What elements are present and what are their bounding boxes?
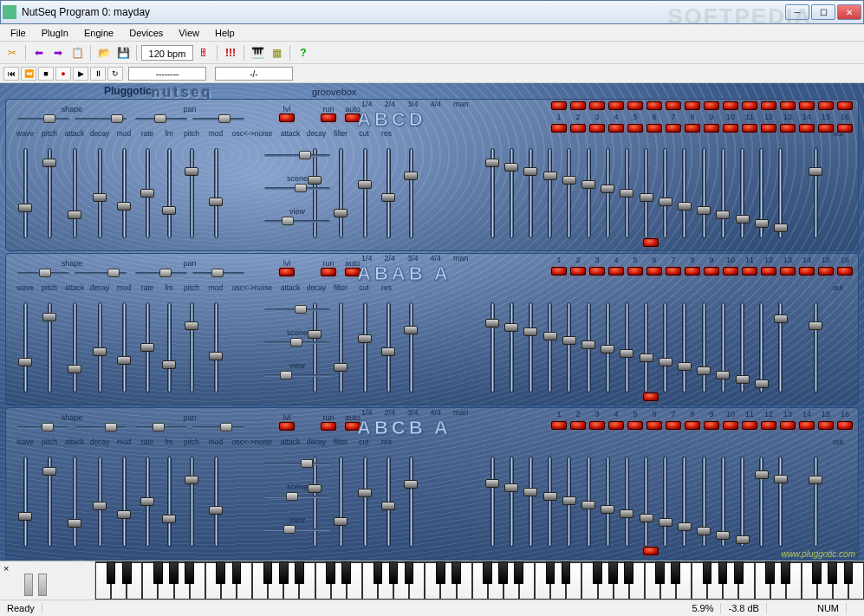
pan-slider-1[interactable] bbox=[192, 422, 244, 432]
step-led-b-15[interactable] bbox=[818, 421, 834, 430]
lvl-led[interactable] bbox=[279, 113, 295, 122]
section-footer-led[interactable] bbox=[643, 547, 659, 555]
param-slider-mod-8[interactable] bbox=[204, 295, 228, 399]
step-fader-7[interactable] bbox=[598, 141, 617, 245]
help-icon[interactable]: ? bbox=[295, 44, 312, 62]
step-led-b-6[interactable] bbox=[646, 267, 662, 276]
black-key-10[interactable] bbox=[326, 561, 335, 584]
step-fader-15[interactable] bbox=[752, 295, 771, 399]
step-fader-14[interactable] bbox=[732, 450, 751, 554]
maximize-button[interactable]: ☐ bbox=[811, 4, 835, 20]
step-fader-2[interactable] bbox=[502, 141, 521, 245]
record-button[interactable]: ● bbox=[55, 67, 71, 81]
black-key-23[interactable] bbox=[608, 561, 618, 584]
run-led[interactable] bbox=[321, 268, 336, 276]
black-key-13[interactable] bbox=[389, 561, 399, 584]
param-slider-res-14[interactable] bbox=[400, 141, 422, 245]
step-fader-12[interactable] bbox=[694, 295, 713, 399]
step-fader-3[interactable] bbox=[521, 141, 540, 245]
step-fader-9[interactable] bbox=[637, 450, 656, 554]
step-fader-13[interactable] bbox=[713, 295, 732, 399]
play-button[interactable]: ▶ bbox=[73, 67, 88, 81]
param-slider-pitch-7[interactable] bbox=[179, 295, 204, 399]
menu-view[interactable]: View bbox=[172, 26, 206, 40]
black-key-27[interactable] bbox=[703, 561, 712, 584]
black-key-26[interactable] bbox=[671, 561, 680, 584]
step-led-b-13[interactable] bbox=[780, 421, 796, 430]
mod-wheel[interactable] bbox=[38, 574, 47, 596]
step-led-b-7[interactable] bbox=[666, 421, 681, 430]
step-fader-8[interactable] bbox=[617, 141, 636, 245]
black-key-28[interactable] bbox=[718, 561, 728, 584]
pause-button[interactable]: ⏸ bbox=[90, 67, 106, 81]
step-fader-5[interactable] bbox=[560, 141, 579, 245]
step-fader-9[interactable] bbox=[637, 141, 656, 245]
step-led-b-9[interactable] bbox=[704, 267, 719, 276]
black-key-14[interactable] bbox=[405, 561, 414, 584]
run-led[interactable] bbox=[321, 113, 336, 122]
step-fader-10[interactable] bbox=[656, 450, 675, 554]
black-key-6[interactable] bbox=[232, 561, 242, 584]
view-slider[interactable] bbox=[264, 524, 330, 535]
osc-noise-slider[interactable] bbox=[264, 304, 330, 314]
loop-button[interactable]: ↻ bbox=[107, 67, 123, 81]
step-led-b-8[interactable] bbox=[685, 267, 700, 276]
step-fader-8[interactable] bbox=[617, 450, 636, 554]
black-key-22[interactable] bbox=[593, 561, 602, 584]
step-fader-6[interactable] bbox=[579, 450, 598, 554]
black-key-15[interactable] bbox=[436, 561, 445, 584]
step-led-a-10[interactable] bbox=[723, 101, 738, 110]
step-led-b-4[interactable] bbox=[608, 421, 624, 430]
param-slider-wave-0[interactable] bbox=[13, 141, 37, 245]
step-led-b-3[interactable] bbox=[589, 267, 605, 276]
param-slider-mod-4[interactable] bbox=[112, 450, 136, 554]
piano-keyboard[interactable] bbox=[95, 561, 864, 600]
param-slider-decay-3[interactable] bbox=[88, 450, 112, 554]
section-footer-led[interactable] bbox=[643, 238, 659, 247]
param-slider-wave-0[interactable] bbox=[13, 295, 37, 399]
param-slider-fm-6[interactable] bbox=[159, 141, 179, 245]
alert-icon[interactable]: !!! bbox=[222, 44, 239, 62]
black-key-3[interactable] bbox=[169, 561, 179, 584]
step-fader-1[interactable] bbox=[483, 450, 502, 554]
step-fader-7[interactable] bbox=[598, 295, 617, 399]
black-key-30[interactable] bbox=[765, 561, 775, 584]
step-fader-3[interactable] bbox=[521, 450, 540, 554]
step-fader-11[interactable] bbox=[675, 295, 694, 399]
pan-slider-1[interactable] bbox=[192, 113, 244, 124]
param-slider-filter-12[interactable] bbox=[353, 450, 377, 554]
tempo-display[interactable]: 120 bpm bbox=[141, 45, 193, 61]
step-fader-1[interactable] bbox=[483, 141, 502, 245]
scissors-icon[interactable]: ✂ bbox=[3, 44, 21, 62]
param-slider-attack-2[interactable] bbox=[62, 450, 88, 554]
step-led-a-16[interactable] bbox=[837, 101, 853, 110]
param-slider-decay-3[interactable] bbox=[88, 141, 112, 245]
step-led-b-8[interactable] bbox=[685, 421, 700, 430]
step-fader-11[interactable] bbox=[675, 141, 694, 245]
step-led-a-9[interactable] bbox=[704, 101, 719, 110]
step-led-b-6[interactable] bbox=[646, 421, 662, 430]
step-led-b-3[interactable] bbox=[589, 421, 605, 430]
black-key-18[interactable] bbox=[498, 561, 508, 584]
step-led-b-13[interactable] bbox=[780, 267, 796, 276]
param-slider-pitch-7[interactable] bbox=[179, 141, 204, 245]
param-slider-filter-12[interactable] bbox=[353, 295, 377, 399]
param-slider-rate-5[interactable] bbox=[136, 450, 159, 554]
step-led-a-7[interactable] bbox=[666, 101, 681, 110]
step-fader-5[interactable] bbox=[560, 295, 579, 399]
step-fader-6[interactable] bbox=[579, 295, 598, 399]
shape-slider-1[interactable] bbox=[75, 422, 127, 432]
param-slider-pitch-1[interactable] bbox=[37, 295, 62, 399]
step-fader-10[interactable] bbox=[656, 295, 675, 399]
step-led-b-12[interactable] bbox=[761, 267, 776, 276]
run-led[interactable] bbox=[321, 422, 336, 431]
black-key-11[interactable] bbox=[341, 561, 351, 584]
step-fader-16[interactable] bbox=[771, 295, 790, 399]
black-key-8[interactable] bbox=[279, 561, 289, 584]
step-led-b-1[interactable] bbox=[551, 421, 567, 430]
pan-slider-0[interactable] bbox=[135, 268, 187, 278]
step-fader-13[interactable] bbox=[713, 450, 732, 554]
step-fader-4[interactable] bbox=[541, 141, 560, 245]
keyboard-close-icon[interactable]: × bbox=[3, 563, 9, 574]
shape-slider-0[interactable] bbox=[17, 268, 69, 278]
